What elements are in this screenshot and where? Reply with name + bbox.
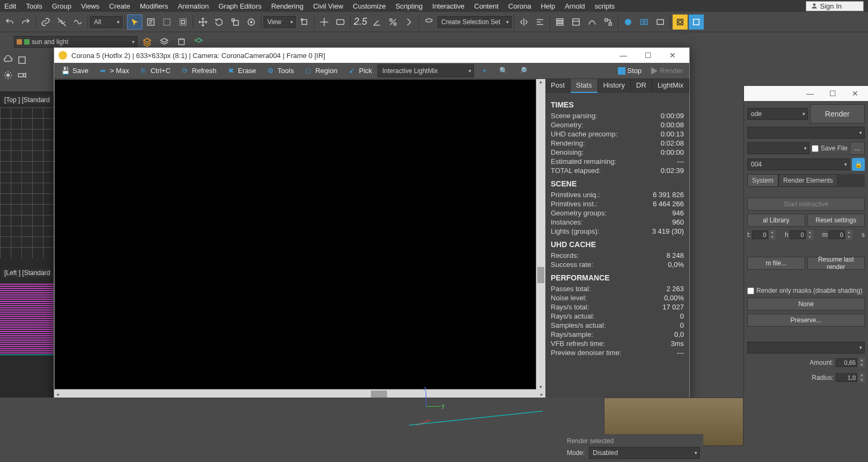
vfb-tab-post[interactable]: Post bbox=[545, 79, 571, 93]
menu-civil-view[interactable]: Civil View bbox=[313, 2, 343, 10]
menu-group[interactable]: Group bbox=[52, 2, 71, 10]
menu-views[interactable]: Views bbox=[81, 2, 99, 10]
vfb-render-viewport[interactable] bbox=[54, 79, 536, 389]
material-editor-button[interactable] bbox=[621, 15, 636, 30]
menu-create[interactable]: Create bbox=[109, 2, 130, 10]
tab-render-elements[interactable]: Render Elements bbox=[778, 174, 838, 187]
vfb-erase-button[interactable]: ✖Erase bbox=[222, 64, 260, 77]
render-selected-mode-dropdown[interactable]: Disabled bbox=[589, 447, 700, 459]
amount-input[interactable] bbox=[836, 358, 857, 367]
camera-icon[interactable] bbox=[16, 69, 28, 82]
placement-button[interactable] bbox=[244, 15, 259, 30]
selection-filter-dropdown[interactable]: All bbox=[90, 16, 122, 28]
schematic-view-button[interactable] bbox=[601, 15, 616, 30]
vfb-tab-history[interactable]: History bbox=[598, 79, 631, 93]
scale-button[interactable] bbox=[228, 15, 243, 30]
reference-coord-dropdown[interactable]: View bbox=[264, 16, 296, 28]
vfb-stop-button[interactable]: Stop bbox=[614, 64, 646, 77]
hours-input[interactable] bbox=[752, 230, 768, 239]
viewport-left-wireframe[interactable] bbox=[0, 284, 54, 353]
angle-snap-button[interactable] bbox=[369, 15, 384, 30]
menu-scripting[interactable]: Scripting bbox=[396, 2, 423, 10]
select-object-button[interactable] bbox=[127, 15, 142, 30]
viewport-top-label[interactable]: [Top ] [Standard bbox=[2, 96, 52, 104]
vfb-region-button[interactable]: ◻Region bbox=[299, 64, 341, 77]
keyboard-shortcut-button[interactable] bbox=[333, 15, 348, 30]
move-button[interactable] bbox=[195, 15, 210, 30]
masks-none-button[interactable]: None bbox=[747, 298, 865, 311]
menu-help[interactable]: Help bbox=[541, 2, 555, 10]
render-button[interactable]: Render bbox=[810, 104, 865, 124]
curve-editor-button[interactable] bbox=[585, 15, 600, 30]
vfb-tab-dr[interactable]: DR bbox=[631, 79, 652, 93]
unlink-button[interactable] bbox=[54, 15, 69, 30]
bind-spacewarp-button[interactable] bbox=[70, 15, 85, 30]
panel-minimize-button[interactable]: — bbox=[799, 88, 821, 99]
select-manipulate-button[interactable] bbox=[317, 15, 332, 30]
vfb-lightmix-dropdown[interactable]: Interactive LightMix bbox=[377, 64, 474, 77]
minimize-button[interactable]: — bbox=[611, 48, 636, 63]
vfb-tab-lightmix[interactable]: LightMix bbox=[652, 79, 689, 93]
use-pivot-button[interactable] bbox=[297, 15, 312, 30]
vfb-tomax-button[interactable]: ➡> Max bbox=[94, 64, 134, 77]
rotate-button[interactable] bbox=[211, 15, 227, 30]
mirror-button[interactable] bbox=[516, 15, 531, 30]
vfb-scrollbar-vertical[interactable] bbox=[536, 79, 545, 389]
vfb-zoom-fit-button[interactable]: ⌖ bbox=[475, 64, 493, 77]
seconds-input[interactable] bbox=[829, 230, 845, 239]
menu-modifiers[interactable]: Modifiers bbox=[140, 2, 168, 10]
menu-tools[interactable]: Tools bbox=[26, 2, 42, 10]
cloud-icon[interactable] bbox=[2, 54, 14, 67]
output-dropdown[interactable] bbox=[747, 142, 809, 154]
render-setup-titlebar[interactable]: — ☐ ✕ bbox=[744, 86, 868, 101]
tab-system[interactable]: System bbox=[747, 174, 778, 187]
from-file-button[interactable]: m file... bbox=[747, 257, 805, 270]
vfb-scroll-thumb-h[interactable] bbox=[371, 391, 387, 398]
vfb-refresh-button[interactable]: ⟳Refresh bbox=[176, 64, 221, 77]
window-crossing-button[interactable] bbox=[176, 15, 191, 30]
radius-input[interactable] bbox=[836, 373, 857, 382]
render-iterative-button[interactable] bbox=[689, 15, 704, 30]
link-button[interactable] bbox=[38, 15, 53, 30]
vfb-scroll-thumb-v[interactable] bbox=[537, 267, 544, 283]
menu-corona[interactable]: Corona bbox=[508, 2, 531, 10]
toggle-ribbon-button[interactable] bbox=[568, 15, 583, 30]
redo-button[interactable] bbox=[18, 15, 33, 30]
render-production-button[interactable] bbox=[673, 15, 688, 30]
render-setup-button[interactable] bbox=[637, 15, 652, 30]
vfb-tools-button[interactable]: ⚙Tools bbox=[261, 64, 298, 77]
close-button[interactable]: ✕ bbox=[660, 48, 685, 63]
menu-rendering[interactable]: Rendering bbox=[271, 2, 303, 10]
align-button[interactable] bbox=[533, 15, 548, 30]
edit-selection-set-button[interactable] bbox=[421, 15, 436, 30]
viewport-left-label[interactable]: [Left ] [Standard bbox=[2, 269, 52, 277]
panel-close-button[interactable]: ✕ bbox=[844, 88, 866, 99]
resume-render-button[interactable]: Resume last render bbox=[807, 257, 865, 270]
vfb-copy-button[interactable]: ⎘Ctrl+C bbox=[134, 64, 174, 77]
material-library-button[interactable]: al Library bbox=[747, 214, 805, 227]
vfb-tab-stats[interactable]: Stats bbox=[571, 79, 598, 93]
render-masks-checkbox[interactable] bbox=[747, 287, 754, 294]
save-file-checkbox[interactable] bbox=[812, 145, 819, 152]
vfb-zoom-out-button[interactable]: 🔎 bbox=[514, 64, 532, 77]
vfb-render-button[interactable]: Render bbox=[647, 64, 687, 77]
vfb-titlebar[interactable]: Corona 5 (Hotfix 2) | 633×633px (8:1) | … bbox=[54, 48, 689, 63]
start-interactive-button[interactable]: Start interactive bbox=[747, 198, 865, 211]
menu-scripts[interactable]: scripts bbox=[595, 2, 615, 10]
reset-settings-button[interactable]: Reset settings bbox=[807, 214, 865, 227]
vfb-pick-button[interactable]: ➹Pick bbox=[343, 64, 377, 77]
layer-dropdown[interactable]: sun and light bbox=[14, 36, 137, 48]
panel-maximize-button[interactable]: ☐ bbox=[822, 88, 843, 99]
vfb-save-button[interactable]: 💾Save bbox=[56, 64, 93, 77]
minutes-input[interactable] bbox=[790, 230, 806, 239]
save-file-browse-button[interactable]: ... bbox=[850, 142, 865, 155]
scene-explorer-icon[interactable] bbox=[16, 54, 28, 67]
menu-animation[interactable]: Animation bbox=[178, 2, 209, 10]
menu-graph-editors[interactable]: Graph Editors bbox=[218, 2, 261, 10]
select-by-name-button[interactable] bbox=[143, 15, 158, 30]
sign-in-button[interactable]: Sign In bbox=[806, 1, 864, 11]
denoise-dropdown[interactable] bbox=[747, 342, 865, 353]
lock-camera-button[interactable]: 🔒 bbox=[852, 158, 865, 171]
light-icon[interactable] bbox=[2, 69, 14, 82]
select-region-button[interactable] bbox=[159, 15, 174, 30]
